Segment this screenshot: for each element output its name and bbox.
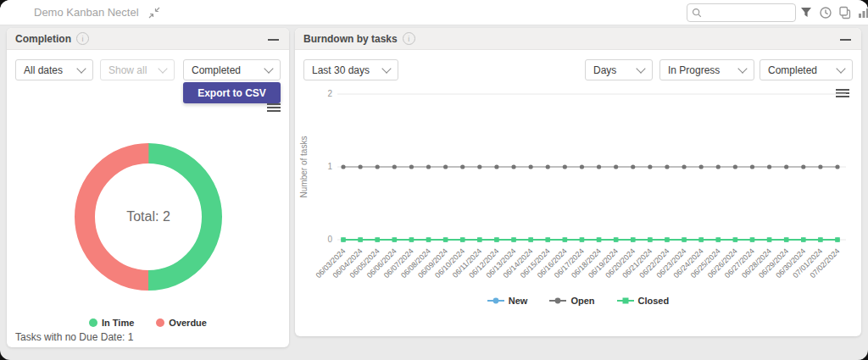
legend-label: Closed [638, 296, 670, 306]
data-point-open[interactable] [477, 164, 481, 169]
svg-text:1: 1 [327, 162, 332, 171]
range-filter-select[interactable]: Last 30 days [303, 59, 398, 80]
data-point-closed[interactable] [341, 237, 346, 242]
date-filter-select[interactable]: All dates [15, 59, 93, 80]
completed-filter-select[interactable]: Completed [760, 59, 853, 80]
chevron-down-icon [636, 64, 645, 73]
data-point-open[interactable] [614, 164, 618, 169]
data-point-open[interactable] [733, 164, 737, 169]
copy-icon[interactable] [838, 6, 852, 19]
data-point-open[interactable] [494, 164, 498, 169]
stats-icon[interactable] [857, 6, 868, 19]
burndown-line-chart[interactable]: 012Number of tasks06/03/202406/04/202406… [297, 82, 856, 294]
data-point-closed[interactable] [715, 237, 721, 242]
data-point-closed[interactable] [580, 237, 585, 242]
legend-label: In Time [102, 318, 134, 328]
filter-icon[interactable] [799, 6, 813, 19]
data-point-closed[interactable] [750, 237, 755, 242]
data-point-open[interactable] [511, 164, 515, 169]
data-point-closed[interactable] [392, 237, 398, 242]
data-point-open[interactable] [409, 164, 414, 169]
data-point-closed[interactable] [665, 237, 670, 242]
legend-label: New [509, 296, 528, 306]
history-icon[interactable] [819, 6, 832, 19]
data-point-open[interactable] [341, 164, 345, 169]
legend-item-in-time[interactable]: In Time [89, 318, 134, 328]
data-point-open[interactable] [682, 164, 686, 169]
legend-item-open[interactable]: Open [549, 296, 594, 306]
data-point-closed[interactable] [597, 237, 602, 242]
top-bar: Demo Kanban Nectel [0, 0, 868, 25]
data-point-closed[interactable] [563, 237, 568, 242]
legend-item-closed[interactable]: Closed [617, 296, 670, 306]
legend-marker [549, 296, 566, 305]
minimize-icon[interactable] [268, 39, 279, 41]
data-point-open[interactable] [665, 164, 669, 169]
data-point-open[interactable] [359, 164, 363, 169]
data-point-closed[interactable] [648, 237, 653, 242]
data-point-open[interactable] [699, 164, 704, 169]
data-point-open[interactable] [801, 164, 805, 169]
unit-filter-select[interactable]: Days [585, 59, 653, 80]
data-point-open[interactable] [580, 164, 584, 169]
data-point-open[interactable] [597, 164, 601, 169]
data-point-open[interactable] [750, 164, 754, 169]
data-point-closed[interactable] [784, 237, 789, 242]
data-point-open[interactable] [529, 164, 533, 169]
data-point-closed[interactable] [801, 237, 806, 242]
completion-panel: Completion All dates Show all Completed … [7, 28, 289, 347]
data-point-open[interactable] [376, 164, 380, 169]
data-point-closed[interactable] [698, 237, 704, 242]
minimize-icon[interactable] [840, 39, 851, 41]
data-point-closed[interactable] [767, 237, 772, 242]
data-point-closed[interactable] [460, 237, 465, 242]
data-point-open[interactable] [716, 164, 721, 169]
data-point-closed[interactable] [631, 237, 636, 242]
data-point-closed[interactable] [614, 237, 619, 242]
data-point-closed[interactable] [494, 237, 499, 242]
data-point-open[interactable] [460, 164, 465, 169]
legend-item-new[interactable]: New [487, 296, 528, 306]
data-point-closed[interactable] [545, 237, 550, 242]
search-box[interactable] [687, 3, 796, 22]
data-point-closed[interactable] [733, 237, 738, 242]
export-csv-button[interactable]: Export to CSV [183, 82, 281, 103]
data-point-closed[interactable] [835, 237, 840, 242]
data-point-closed[interactable] [528, 237, 533, 242]
data-point-open[interactable] [835, 164, 839, 169]
legend-item-overdue[interactable]: Overdue [156, 318, 207, 328]
data-point-open[interactable] [563, 164, 567, 169]
inprogress-filter-select[interactable]: In Progress [659, 59, 754, 80]
show-filter-select[interactable]: Show all [100, 59, 175, 80]
data-point-closed[interactable] [443, 237, 448, 242]
data-point-closed[interactable] [358, 237, 363, 242]
data-point-open[interactable] [392, 164, 397, 169]
data-point-open[interactable] [443, 164, 448, 169]
data-point-closed[interactable] [818, 237, 823, 242]
legend-marker [617, 296, 634, 305]
data-point-open[interactable] [767, 164, 771, 169]
data-point-open[interactable] [648, 164, 652, 169]
collapse-icon[interactable] [148, 7, 160, 19]
data-point-closed[interactable] [511, 237, 516, 242]
data-point-closed[interactable] [375, 237, 380, 242]
chart-menu-icon[interactable] [267, 103, 281, 114]
search-input[interactable] [702, 7, 786, 19]
data-point-closed[interactable] [477, 237, 482, 242]
data-point-open[interactable] [426, 164, 431, 169]
status-filter-select[interactable]: Completed [183, 59, 281, 80]
svg-text:2: 2 [327, 89, 332, 98]
data-point-open[interactable] [631, 164, 635, 169]
data-point-closed[interactable] [426, 237, 431, 242]
data-point-open[interactable] [784, 164, 788, 169]
data-point-open[interactable] [546, 164, 550, 169]
info-icon[interactable] [76, 32, 89, 45]
data-point-closed[interactable] [409, 237, 415, 242]
no-due-date-note: Tasks with no Due Date: 1 [15, 331, 133, 343]
info-icon[interactable] [403, 32, 415, 45]
data-point-closed[interactable] [682, 237, 687, 242]
data-point-open[interactable] [818, 164, 822, 169]
unit-filter-value: Days [593, 64, 616, 76]
inprogress-filter-value: In Progress [668, 64, 720, 76]
completion-donut-chart[interactable]: Total: 2 [68, 136, 229, 297]
